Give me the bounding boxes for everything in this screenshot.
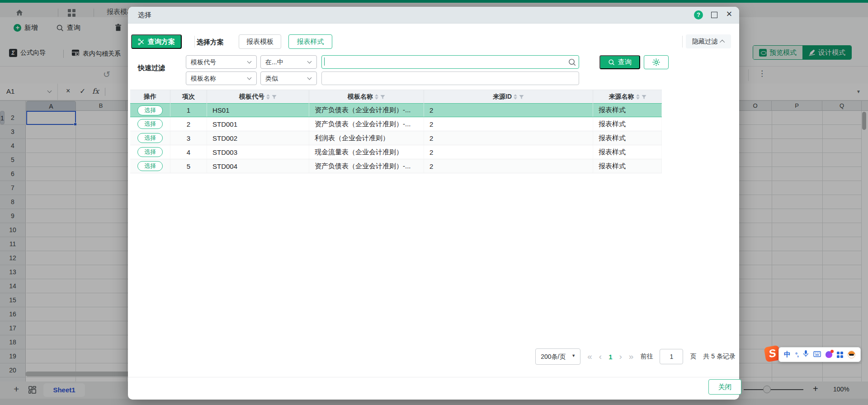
table-row[interactable]: 选择 4 STD003 现金流量表（企业会计准则） 2 报表样式 (130, 145, 662, 159)
query-button[interactable]: 查询 (599, 55, 640, 69)
row-select-button[interactable]: 选择 (137, 119, 163, 129)
header-template-code[interactable]: 模板代号 (207, 90, 309, 104)
help-icon[interactable]: ? (694, 10, 703, 19)
header-index[interactable]: 项次 (170, 90, 207, 104)
table-header-row: 操作 项次 模板代号 模板名称 来源ID 来源 (130, 90, 662, 103)
scheme-scissors-icon (138, 38, 145, 45)
filter-funnel-icon[interactable] (519, 95, 524, 100)
prev-page-icon[interactable]: ‹ (599, 352, 602, 362)
current-page[interactable]: 1 (609, 353, 612, 361)
close-icon[interactable]: × (724, 8, 735, 20)
filter-settings-button[interactable] (644, 55, 669, 69)
goto-page-input[interactable] (660, 349, 683, 364)
ime-punctuation-icon[interactable]: °, (795, 351, 798, 358)
filter-field1-select[interactable]: 模板代号 (186, 55, 257, 69)
template-table: 操作 项次 模板代号 模板名称 来源ID 来源 (130, 90, 662, 173)
query-search-icon (608, 59, 615, 66)
tab-report-template[interactable]: 报表模板 (239, 34, 281, 49)
table-row[interactable]: 选择 5 STD004 资产负债表（企业会计准则）-... 2 报表样式 (130, 159, 662, 173)
ime-mic-icon[interactable] (803, 350, 809, 359)
tab-select-scheme[interactable]: 选择方案 (197, 38, 224, 47)
divider (682, 36, 683, 48)
page-unit-label: 页 (690, 353, 696, 361)
screen: 报表模板 + 新增 查询 Σ 公式向导 表内勾稽关系 ↺ (0, 0, 868, 405)
next-page-icon[interactable]: › (619, 352, 622, 362)
filter-value1-input[interactable] (321, 55, 579, 69)
filter-value2-input[interactable] (321, 71, 579, 85)
text-caret (324, 57, 325, 66)
sort-icon[interactable] (636, 94, 640, 100)
sort-icon[interactable] (266, 94, 270, 100)
footer-divider (128, 377, 739, 377)
first-page-icon[interactable]: « (587, 352, 592, 362)
filter-op1-select[interactable]: 在...中 (260, 55, 317, 69)
filter-field2-select[interactable]: 模板名称 (186, 71, 257, 85)
dialog-title: 选择 (138, 11, 151, 19)
ime-language-icon[interactable]: 中 (784, 350, 791, 359)
row-select-button[interactable]: 选择 (137, 105, 163, 115)
query-scheme-button[interactable]: 查询方案 (131, 34, 182, 49)
last-page-icon[interactable]: » (629, 352, 634, 362)
input-search-icon[interactable] (568, 58, 576, 68)
hide-filter-button[interactable]: 隐藏过滤 (686, 34, 731, 48)
close-dialog-button[interactable]: 关闭 (708, 379, 741, 395)
ime-emoji-icon[interactable] (848, 351, 855, 358)
quick-filter-label: 快速过滤 (138, 64, 165, 72)
caret-down-icon: ▼ (571, 353, 576, 358)
filter-funnel-icon[interactable] (380, 95, 385, 100)
dialog-title-bar[interactable]: 选择 ? × (128, 7, 739, 24)
table-row[interactable]: 选择 1 HS01 资产负债表（企业会计准则）-... 2 报表样式 (130, 103, 662, 117)
pagination: 200条/页 ▼ « ‹ 1 › » 前往 页 共 5 条记录 (535, 348, 736, 365)
sort-icon[interactable] (514, 94, 517, 100)
ime-keyboard-icon[interactable] (813, 351, 821, 359)
gear-icon (652, 58, 660, 67)
divider (194, 36, 195, 48)
header-template-name[interactable]: 模板名称 (309, 90, 424, 104)
filter-op2-select[interactable]: 类似 (260, 71, 317, 85)
filter-funnel-icon[interactable] (642, 95, 646, 100)
sort-icon[interactable] (375, 94, 378, 100)
table-row[interactable]: 选择 2 STD001 资产负债表（企业会计准则）-... 2 报表样式 (130, 117, 662, 131)
ime-account-icon[interactable] (826, 351, 832, 358)
chevron-up-icon (720, 39, 725, 44)
goto-label: 前往 (640, 353, 653, 361)
tab-report-style[interactable]: 报表样式 (288, 34, 332, 49)
header-action[interactable]: 操作 (130, 90, 170, 104)
table-row[interactable]: 选择 3 STD002 利润表（企业会计准则） 2 报表样式 (130, 131, 662, 145)
header-source-name[interactable]: 来源名称 (593, 90, 662, 104)
row-select-button[interactable]: 选择 (137, 133, 163, 143)
select-dialog: 选择 ? × 查询方案 选择方案 报表模板 报表样式 隐藏过滤 快速过滤 模板代… (128, 7, 739, 400)
total-records-label: 共 5 条记录 (703, 353, 736, 361)
ime-menu-icon[interactable] (837, 352, 843, 358)
header-source-id[interactable]: 来源ID (424, 90, 593, 104)
row-select-button[interactable]: 选择 (137, 161, 163, 171)
filter-funnel-icon[interactable] (272, 95, 277, 100)
maximize-icon[interactable] (711, 12, 717, 18)
ime-toolbar: 中 °, (778, 347, 861, 362)
page-size-select[interactable]: 200条/页 ▼ (535, 348, 580, 365)
row-select-button[interactable]: 选择 (137, 147, 163, 157)
